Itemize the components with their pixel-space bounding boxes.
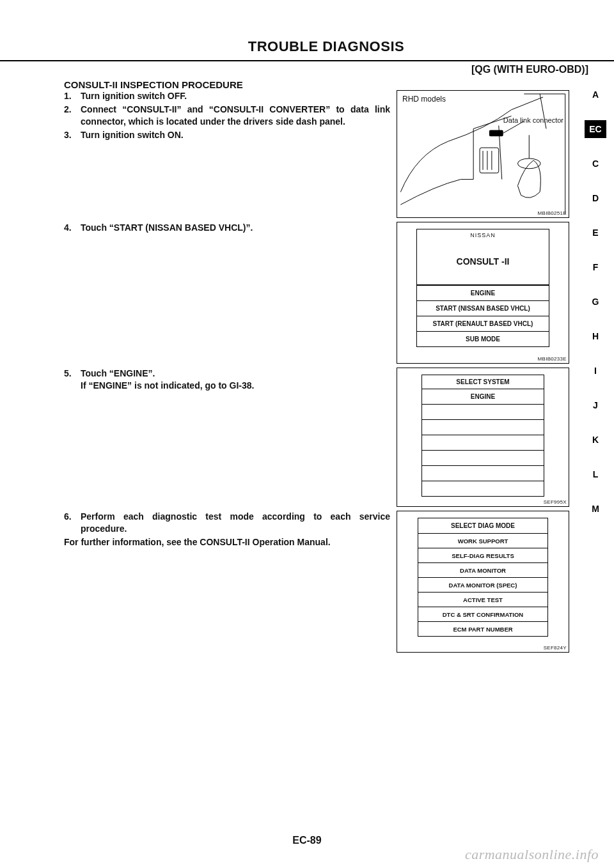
step-6: 6. Perform each diagnostic test mode acc… bbox=[64, 511, 390, 535]
select-system-row bbox=[422, 435, 544, 450]
step-6-note: For further information, see the CONSULT… bbox=[64, 536, 390, 548]
figure-consult-ii-screen: NISSAN CONSULT -II ENGINE START (NISSAN … bbox=[397, 222, 569, 364]
text-col-3: 5. Touch “ENGINE”. If “ENGINE” is not in… bbox=[64, 368, 390, 393]
select-system-row bbox=[422, 450, 544, 465]
tab-m[interactable]: M bbox=[585, 500, 606, 518]
text-col-2: 4. Touch “START (NISSAN BASED VHCL)”. bbox=[64, 222, 390, 235]
figure-code: MBIB0233E bbox=[538, 356, 567, 362]
figure-data-link-connector: RHD models Data link connector bbox=[397, 90, 569, 218]
tab-f[interactable]: F bbox=[585, 258, 606, 276]
tab-c[interactable]: C bbox=[585, 155, 606, 173]
consult-device-frame: NISSAN CONSULT -II ENGINE START (NISSAN … bbox=[416, 229, 549, 347]
step-text: Touch “ENGINE”. If “ENGINE” is not indic… bbox=[81, 368, 390, 392]
svg-rect-6 bbox=[489, 130, 503, 136]
dashboard-sketch-icon bbox=[397, 91, 569, 217]
figure-label-model: RHD models bbox=[402, 95, 446, 104]
step-number: 3. bbox=[64, 129, 81, 141]
step-text: Turn ignition switch OFF. bbox=[81, 90, 390, 102]
step-text: Perform each diagnostic test mode accord… bbox=[81, 511, 390, 535]
figure-col-3: SELECT SYSTEM ENGINE SEF995X bbox=[397, 368, 569, 507]
content-area: CONSULT-II INSPECTION PROCEDURE 1. Turn … bbox=[64, 79, 588, 653]
tab-d[interactable]: D bbox=[585, 189, 606, 207]
text-col-4: 6. Perform each diagnostic test mode acc… bbox=[64, 511, 390, 548]
select-diag-row: DTC & SRT CONFIRMATION bbox=[418, 607, 547, 621]
consult-row-engine: ENGINE bbox=[417, 285, 549, 300]
tab-l[interactable]: L bbox=[585, 465, 606, 483]
select-diag-row: DATA MONITOR bbox=[418, 562, 547, 577]
step-2: 2. Connect “CONSULT-II” and “CONSULT-II … bbox=[64, 104, 390, 128]
figure-label-dlc: Data link connector bbox=[503, 116, 563, 124]
consult-brand: NISSAN bbox=[417, 229, 549, 242]
tab-i[interactable]: I bbox=[585, 362, 606, 380]
tab-e[interactable]: E bbox=[585, 224, 606, 242]
select-system-row bbox=[422, 404, 544, 419]
step-number: 4. bbox=[64, 222, 81, 234]
step-number: 2. bbox=[64, 104, 81, 128]
section-heading: CONSULT-II INSPECTION PROCEDURE bbox=[64, 79, 588, 90]
tab-k[interactable]: K bbox=[585, 431, 606, 449]
tab-ec[interactable]: EC bbox=[585, 120, 606, 138]
figure-select-system: SELECT SYSTEM ENGINE SEF995X bbox=[397, 368, 569, 507]
step-number: 6. bbox=[64, 511, 81, 535]
page-title: TROUBLE DIAGNOSIS bbox=[64, 38, 588, 55]
step-5-line1: Touch “ENGINE”. bbox=[81, 368, 155, 378]
step-3: 3. Turn ignition switch ON. bbox=[64, 129, 390, 141]
select-diag-row: ACTIVE TEST bbox=[418, 592, 547, 607]
step-5-line2: If “ENGINE” is not indicated, go to GI-3… bbox=[81, 380, 254, 391]
step-number: 1. bbox=[64, 90, 81, 102]
select-diag-grid: SELECT DIAG MODE WORK SUPPORT SELF-DIAG … bbox=[418, 518, 548, 637]
tab-g[interactable]: G bbox=[585, 293, 606, 311]
block-step-6: 6. Perform each diagnostic test mode acc… bbox=[64, 511, 588, 653]
figure-code: SEF995X bbox=[544, 499, 567, 505]
select-system-row bbox=[422, 465, 544, 481]
side-tabs: A EC C D E F G H I J K L M bbox=[585, 86, 606, 518]
watermark: carmanualsonline.info bbox=[465, 846, 599, 863]
step-number: 5. bbox=[64, 368, 81, 392]
block-steps-1-3: 1. Turn ignition switch OFF. 2. Connect … bbox=[64, 90, 588, 218]
figure-col-4: SELECT DIAG MODE WORK SUPPORT SELF-DIAG … bbox=[397, 511, 569, 653]
step-text: Turn ignition switch ON. bbox=[81, 129, 390, 141]
page: TROUBLE DIAGNOSIS [QG (WITH EURO-OBD)] C… bbox=[0, 0, 614, 868]
consult-row-submode: SUB MODE bbox=[417, 331, 549, 346]
select-diag-row: SELF-DIAG RESULTS bbox=[418, 548, 547, 562]
figure-code: SEF824Y bbox=[544, 645, 567, 651]
consult-row-start-nissan: START (NISSAN BASED VHCL) bbox=[417, 300, 549, 316]
step-text: Connect “CONSULT-II” and “CONSULT-II CON… bbox=[81, 104, 390, 128]
tab-j[interactable]: J bbox=[585, 396, 606, 414]
figure-code: MBIB0251E bbox=[538, 210, 567, 216]
page-number: EC-89 bbox=[0, 835, 614, 846]
step-1: 1. Turn ignition switch OFF. bbox=[64, 90, 390, 102]
consult-title: CONSULT -II bbox=[417, 242, 549, 285]
select-system-head: SELECT SYSTEM bbox=[422, 375, 544, 389]
figure-col-1: RHD models Data link connector bbox=[397, 90, 569, 218]
select-diag-row: ECM PART NUMBER bbox=[418, 621, 547, 636]
tab-h[interactable]: H bbox=[585, 327, 606, 345]
step-4: 4. Touch “START (NISSAN BASED VHCL)”. bbox=[64, 222, 390, 234]
select-system-grid: SELECT SYSTEM ENGINE bbox=[421, 375, 544, 497]
select-diag-row: WORK SUPPORT bbox=[418, 533, 547, 548]
step-5: 5. Touch “ENGINE”. If “ENGINE” is not in… bbox=[64, 368, 390, 392]
select-system-row: ENGINE bbox=[422, 389, 544, 404]
figure-col-2: NISSAN CONSULT -II ENGINE START (NISSAN … bbox=[397, 222, 569, 364]
select-diag-row: DATA MONITOR (SPEC) bbox=[418, 577, 547, 592]
figure-select-diag-mode: SELECT DIAG MODE WORK SUPPORT SELF-DIAG … bbox=[397, 511, 569, 653]
page-subtitle: [QG (WITH EURO-OBD)] bbox=[64, 64, 588, 75]
select-system-row bbox=[422, 419, 544, 435]
step-text: Touch “START (NISSAN BASED VHCL)”. bbox=[81, 222, 390, 234]
select-diag-head: SELECT DIAG MODE bbox=[418, 518, 547, 533]
tab-a[interactable]: A bbox=[585, 86, 606, 104]
title-rule bbox=[0, 60, 614, 61]
block-step-5: 5. Touch “ENGINE”. If “ENGINE” is not in… bbox=[64, 368, 588, 507]
text-col-1: 1. Turn ignition switch OFF. 2. Connect … bbox=[64, 90, 390, 143]
block-step-4: 4. Touch “START (NISSAN BASED VHCL)”. NI… bbox=[64, 222, 588, 364]
consult-row-start-renault: START (RENAULT BASED VHCL) bbox=[417, 316, 549, 331]
select-system-row bbox=[422, 481, 544, 496]
